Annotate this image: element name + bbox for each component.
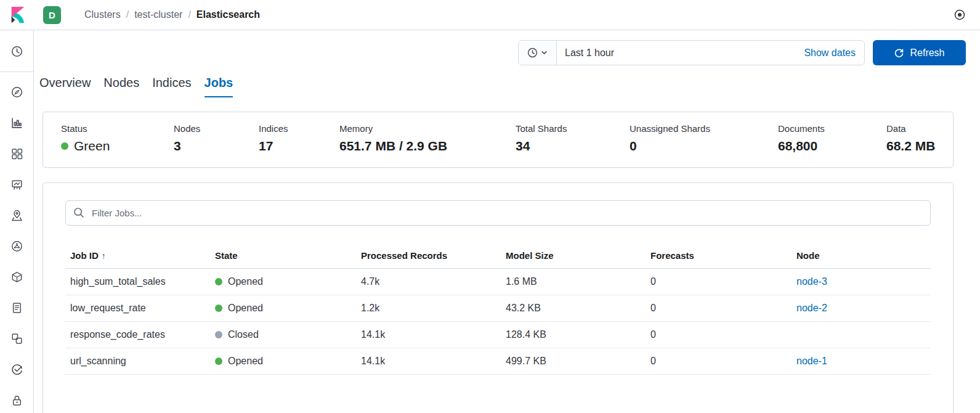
jobs-table-header-row: Job ID↑ State Processed Records Model Si… [65,247,931,269]
table-row: high_sum_total_sales Opened 4.7k 1.6 MB … [65,269,931,295]
stat-value: Green [74,139,110,153]
stat-value: 3 [174,139,259,153]
table-row: low_request_rate Opened 1.2k 43.2 KB 0 n… [65,295,931,322]
date-picker[interactable]: Last 1 hour Show dates [518,40,865,65]
visualize-icon[interactable] [6,112,27,133]
show-dates-button[interactable]: Show dates [804,47,864,59]
quick-select-button[interactable] [519,41,557,65]
stat-value: 34 [516,139,630,153]
processed-records-cell: 4.7k [356,269,501,295]
column-header-job-id[interactable]: Job ID↑ [65,247,210,269]
jobs-table: Job ID↑ State Processed Records Model Si… [65,247,931,375]
breadcrumb-separator: / [182,9,196,20]
state-dot [215,278,222,285]
metrics-icon[interactable] [6,266,27,287]
node-link[interactable]: node-2 [796,303,827,313]
dashboard-icon[interactable] [6,143,27,164]
stat-label: Indices [259,123,339,134]
breadcrumb-elasticsearch: Elasticsearch [196,9,260,20]
canvas-icon[interactable] [6,174,27,195]
model-size-cell: 1.6 MB [501,269,646,295]
ml-icon[interactable] [6,235,27,256]
node-link[interactable]: node-1 [796,356,827,366]
node-cell: node-2 [792,295,931,322]
state-dot [215,358,222,365]
maps-icon[interactable] [6,205,27,226]
app-sidebar [0,30,34,413]
space-avatar[interactable]: D [43,6,61,24]
cluster-summary-panel: Status Green Nodes 3 Indices 17 Memory 6… [43,112,954,168]
stat-total-shards: Total Shards 34 [516,123,630,153]
node-cell [792,322,931,348]
column-header-forecasts[interactable]: Forecasts [646,247,792,269]
forecasts-cell: 0 [646,322,792,348]
model-size-cell: 43.2 KB [501,295,646,322]
logs-icon[interactable] [6,297,27,318]
health-dot [61,142,68,150]
tab-overview[interactable]: Overview [39,76,91,97]
node-cell: node-1 [792,348,931,375]
sort-ascending-icon: ↑ [102,251,106,261]
top-header: D Clusters / test-cluster / Elasticsearc… [0,0,980,30]
time-range-value[interactable]: Last 1 hour [557,47,614,59]
column-header-state[interactable]: State [210,247,356,269]
tab-jobs[interactable]: Jobs [205,76,233,97]
stat-label: Nodes [174,123,259,134]
processed-records-cell: 14.1k [356,348,501,375]
model-size-cell: 499.7 KB [501,348,646,375]
processed-records-cell: 14.1k [356,322,501,348]
stat-status: Status Green [61,123,174,153]
stat-unassigned-shards: Unassigned Shards 0 [630,123,778,153]
stat-label: Unassigned Shards [630,123,778,134]
model-size-cell: 128.4 KB [501,322,646,348]
column-label: Job ID [70,250,99,261]
job-id-cell: low_request_rate [65,295,210,322]
refresh-button[interactable]: Refresh [873,40,966,65]
stat-value: 68,800 [778,139,886,153]
sidebar-divider [0,72,34,72]
node-link[interactable]: node-3 [796,276,827,287]
main-content: Last 1 hour Show dates Refresh Overview … [34,31,980,413]
monitoring-tabs: Overview Nodes Indices Jobs [34,76,980,97]
stat-indices: Indices 17 [259,123,339,153]
filter-jobs-input[interactable] [65,200,931,226]
discover-icon[interactable] [6,81,27,102]
state-cell: Opened [210,295,356,322]
forecasts-cell: 0 [646,348,792,375]
breadcrumb-clusters[interactable]: Clusters [84,9,121,20]
breadcrumb: Clusters / test-cluster / Elasticsearch [84,9,260,20]
search-icon [73,207,84,221]
jobs-panel: Job ID↑ State Processed Records Model Si… [43,182,954,413]
state-dot [215,331,222,338]
stat-documents: Documents 68,800 [778,123,886,153]
table-row: url_scanning Opened 14.1k 499.7 KB 0 nod… [65,348,931,375]
stat-label: Memory [339,123,516,134]
stat-value: 17 [259,139,339,153]
tab-indices[interactable]: Indices [152,76,191,97]
refresh-icon [894,47,904,58]
tab-nodes[interactable]: Nodes [103,76,139,97]
stat-label: Status [61,123,174,134]
column-header-processed-records[interactable]: Processed Records [356,247,501,269]
stat-value: 0 [630,139,778,153]
state-cell: Opened [210,269,356,295]
refresh-label: Refresh [910,47,944,59]
help-icon[interactable] [949,4,970,25]
forecasts-cell: 0 [646,269,792,295]
column-header-model-size[interactable]: Model Size [501,247,646,269]
state-dot [215,305,222,312]
stat-memory: Memory 651.7 MB / 2.9 GB [339,123,516,153]
stat-label: Total Shards [516,123,630,134]
apm-icon[interactable] [6,328,27,349]
job-id-cell: response_code_rates [65,322,210,348]
security-icon[interactable] [6,390,27,411]
stat-value: 68.2 MB [886,139,935,153]
table-row: response_code_rates Closed 14.1k 128.4 K… [65,322,931,348]
kibana-logo-icon[interactable] [7,4,28,25]
column-header-node[interactable]: Node [792,247,931,269]
uptime-icon[interactable] [6,359,27,380]
state-cell: Closed [210,322,356,348]
breadcrumb-test-cluster[interactable]: test-cluster [134,9,182,20]
job-id-cell: high_sum_total_sales [65,269,210,295]
recent-icon[interactable] [6,41,27,62]
